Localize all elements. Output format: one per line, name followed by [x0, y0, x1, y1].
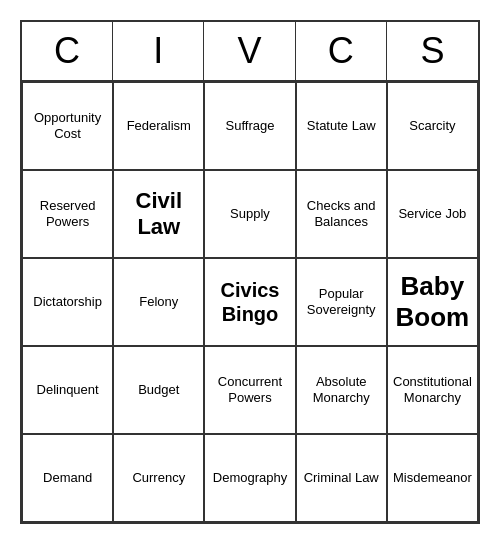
bingo-cell-22: Demography	[204, 434, 295, 522]
bingo-cell-11: Felony	[113, 258, 204, 346]
bingo-cell-15: Delinquent	[22, 346, 113, 434]
header-letter-v-2: V	[204, 22, 295, 80]
header-letter-i-1: I	[113, 22, 204, 80]
bingo-cell-7: Supply	[204, 170, 295, 258]
bingo-cell-14: Baby Boom	[387, 258, 478, 346]
bingo-cell-21: Currency	[113, 434, 204, 522]
bingo-cell-16: Budget	[113, 346, 204, 434]
bingo-grid: Opportunity CostFederalismSuffrageStatut…	[22, 82, 478, 522]
bingo-cell-20: Demand	[22, 434, 113, 522]
bingo-cell-24: Misdemeanor	[387, 434, 478, 522]
bingo-cell-23: Criminal Law	[296, 434, 387, 522]
bingo-cell-19: Constitutional Monarchy	[387, 346, 478, 434]
bingo-cell-13: Popular Sovereignty	[296, 258, 387, 346]
bingo-header: CIVCS	[22, 22, 478, 82]
bingo-cell-3: Statute Law	[296, 82, 387, 170]
bingo-cell-17: Concurrent Powers	[204, 346, 295, 434]
header-letter-c-0: C	[22, 22, 113, 80]
bingo-cell-1: Federalism	[113, 82, 204, 170]
header-letter-s-4: S	[387, 22, 478, 80]
bingo-cell-5: Reserved Powers	[22, 170, 113, 258]
bingo-cell-12: Civics Bingo	[204, 258, 295, 346]
bingo-card: CIVCS Opportunity CostFederalismSuffrage…	[20, 20, 480, 524]
bingo-cell-6: Civil Law	[113, 170, 204, 258]
bingo-cell-2: Suffrage	[204, 82, 295, 170]
bingo-cell-8: Checks and Balances	[296, 170, 387, 258]
bingo-cell-10: Dictatorship	[22, 258, 113, 346]
bingo-cell-9: Service Job	[387, 170, 478, 258]
bingo-cell-0: Opportunity Cost	[22, 82, 113, 170]
header-letter-c-3: C	[296, 22, 387, 80]
bingo-cell-4: Scarcity	[387, 82, 478, 170]
bingo-cell-18: Absolute Monarchy	[296, 346, 387, 434]
